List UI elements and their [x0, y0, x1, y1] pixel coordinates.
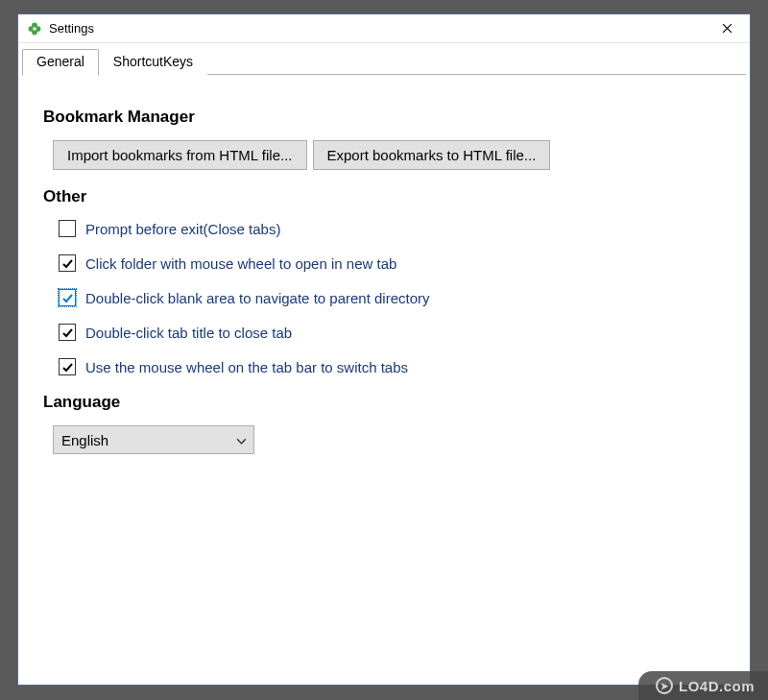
section-heading-other: Other	[43, 187, 725, 206]
bookmark-button-row: Import bookmarks from HTML file... Expor…	[53, 140, 725, 170]
language-select[interactable]: English	[53, 425, 254, 454]
checkbox[interactable]	[59, 254, 76, 272]
tab-label: General	[36, 54, 84, 69]
option-double-click-tab-close[interactable]: Double-click tab title to close tab	[59, 324, 725, 341]
tabs-row: General ShortcutKeys	[18, 43, 750, 75]
section-heading-bookmark: Bookmark Manager	[43, 108, 725, 127]
window-title: Settings	[49, 21, 706, 36]
checkbox[interactable]	[59, 289, 76, 306]
language-select-wrap: English	[53, 425, 254, 454]
watermark: ➤ LO4D.com	[638, 671, 768, 700]
option-label: Prompt before exit(Close tabs)	[85, 221, 280, 237]
option-double-click-blank[interactable]: Double-click blank area to navigate to p…	[59, 289, 725, 306]
option-label: Click folder with mouse wheel to open in…	[85, 255, 396, 272]
tab-general[interactable]: General	[22, 49, 99, 76]
export-bookmarks-button[interactable]: Export bookmarks to HTML file...	[313, 140, 551, 170]
other-options-list: Prompt before exit(Close tabs) Click fol…	[59, 220, 725, 375]
section-heading-language: Language	[43, 393, 725, 412]
close-button[interactable]	[706, 15, 748, 42]
clover-icon	[26, 20, 43, 37]
checkbox[interactable]	[59, 358, 76, 375]
watermark-text: LO4D.com	[679, 678, 755, 694]
title-bar: Settings	[18, 14, 750, 43]
option-click-folder-wheel[interactable]: Click folder with mouse wheel to open in…	[59, 254, 725, 272]
watermark-icon: ➤	[656, 677, 673, 694]
svg-point-4	[33, 27, 36, 31]
settings-window: Settings General ShortcutKeys Bookmark M…	[17, 13, 751, 686]
checkbox[interactable]	[59, 220, 76, 237]
option-mouse-wheel-switch-tabs[interactable]: Use the mouse wheel on the tab bar to sw…	[59, 358, 725, 375]
option-label: Double-click tab title to close tab	[85, 325, 292, 341]
import-bookmarks-button[interactable]: Import bookmarks from HTML file...	[53, 140, 307, 170]
tab-shortcutkeys[interactable]: ShortcutKeys	[99, 49, 207, 75]
checkbox[interactable]	[59, 324, 76, 341]
option-prompt-before-exit[interactable]: Prompt before exit(Close tabs)	[59, 220, 725, 237]
tab-content: Bookmark Manager Import bookmarks from H…	[18, 75, 750, 685]
tab-label: ShortcutKeys	[113, 54, 193, 69]
option-label: Use the mouse wheel on the tab bar to sw…	[85, 359, 408, 375]
language-selected-value: English	[61, 432, 108, 448]
option-label: Double-click blank area to navigate to p…	[85, 290, 430, 306]
